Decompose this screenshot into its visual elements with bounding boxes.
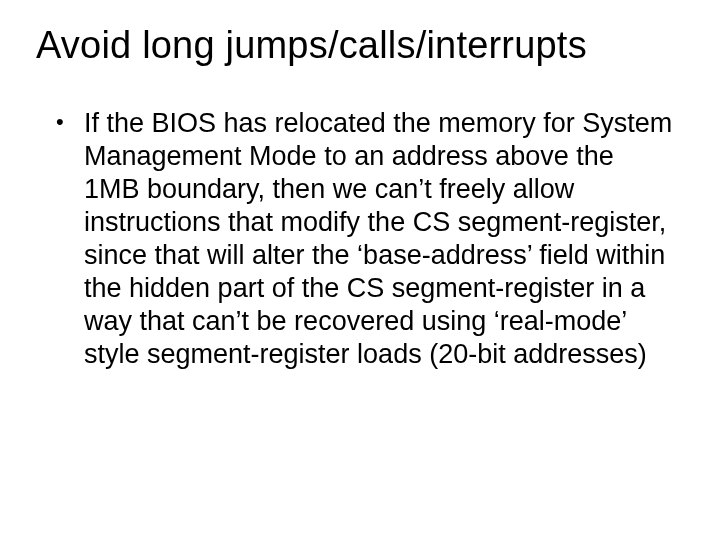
slide: Avoid long jumps/calls/interrupts If the… bbox=[0, 0, 720, 540]
bullet-list: If the BIOS has relocated the memory for… bbox=[36, 107, 684, 371]
slide-title: Avoid long jumps/calls/interrupts bbox=[36, 24, 684, 67]
bullet-item: If the BIOS has relocated the memory for… bbox=[54, 107, 676, 371]
